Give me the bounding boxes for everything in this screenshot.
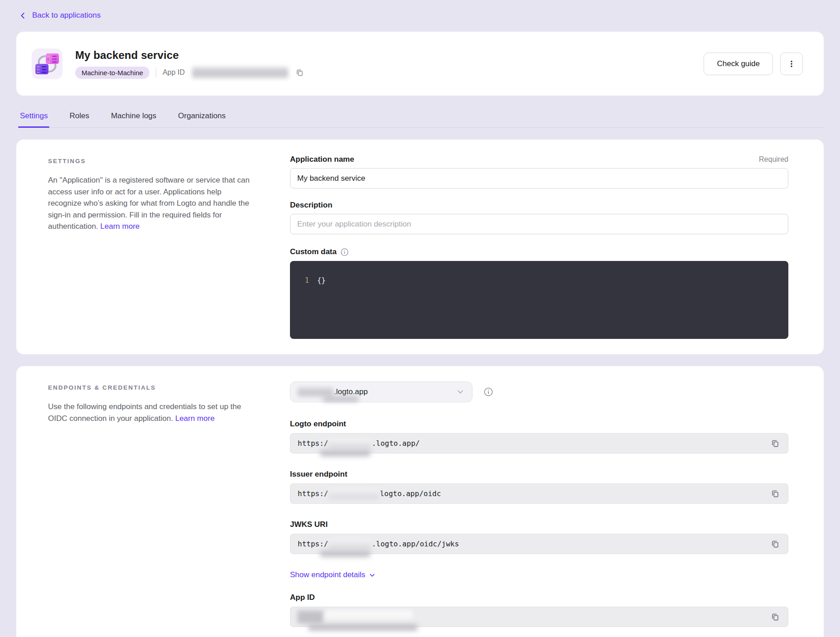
copy-app-id-field-button[interactable] [770,612,781,623]
chevron-down-icon [369,572,376,579]
application-name-input[interactable] [290,168,788,188]
description-row: Description [290,201,788,234]
code-line-number: 1 [299,276,309,285]
copy-issuer-endpoint-button[interactable] [770,488,781,499]
application-type-badge: Machine-to-Machine [75,67,150,79]
app-id-label: App ID [163,68,185,77]
domain-info-icon[interactable] [483,387,493,397]
logto-endpoint-redaction-strip [320,450,370,456]
application-title: My backend service [75,49,704,62]
copy-icon [771,439,780,448]
settings-card: SETTINGS An "Application" is a registere… [16,140,824,354]
issuer-endpoint-redacted [329,488,379,499]
app-id-field-label: App ID [290,593,788,602]
application-logo-icon [32,48,63,79]
custom-data-row: Custom data 1 {} [290,247,788,339]
tab-organizations[interactable]: Organizations [177,107,227,127]
issuer-endpoint-label: Issuer endpoint [290,470,788,479]
app-id-redacted-light [326,611,413,623]
tab-roles[interactable]: Roles [68,107,90,127]
endpoints-section-title: ENDPOINTS & CREDENTIALS [48,384,256,391]
issuer-endpoint-suffix: logto.app/oidc [380,489,441,498]
app-id-redacted-value [192,67,288,78]
settings-section-description: An "Application" is a registered softwar… [48,174,256,232]
settings-card-intro: SETTINGS An "Application" is a registere… [32,155,256,339]
description-input[interactable] [290,214,788,234]
jwks-uri-redaction-strip [320,551,370,557]
app-id-row: App ID [290,593,788,627]
endpoints-credentials-card: ENDPOINTS & CREDENTIALS Use the followin… [16,366,824,637]
application-header-main: My backend service Machine-to-Machine Ap… [75,49,704,79]
header-actions: Check guide [704,53,803,75]
domain-redacted-value [298,387,333,397]
jwks-uri-label: JWKS URI [290,520,788,529]
tab-bar: Settings Roles Machine logs Organization… [19,107,824,128]
application-name-row: Application name Required [290,155,788,188]
issuer-endpoint-prefix: https:/ [298,489,328,498]
logto-endpoint-suffix: .logto.app/ [372,439,420,448]
endpoints-form: .logto.app Logto endpoint [290,381,788,627]
issuer-endpoint-row: Issuer endpoint https:/ logto.app/oidc [290,470,788,504]
jwks-uri-row: JWKS URI https:/ .logto.app/oidc/jwks [290,520,788,554]
show-endpoint-details-label: Show endpoint details [290,570,365,579]
domain-row: .logto.app [290,381,788,402]
endpoints-section-description: Use the following endpoints and credenti… [48,401,256,424]
logto-endpoint-row: Logto endpoint https:/ .logto.app/ [290,420,788,454]
chevron-left-icon [19,12,27,19]
domain-select-value: .logto.app [334,387,368,396]
settings-learn-more-link[interactable]: Learn more [100,222,140,231]
meta-divider [156,68,156,77]
endpoints-learn-more-link[interactable]: Learn more [175,414,215,423]
jwks-uri-suffix: .logto.app/oidc/jwks [372,540,459,548]
tab-settings[interactable]: Settings [19,107,48,127]
copy-icon [771,540,780,549]
tab-machine-logs[interactable]: Machine logs [110,107,157,127]
logto-endpoint-prefix: https:/ [298,439,328,448]
app-id-redaction-strip [309,624,417,631]
logto-endpoint-label: Logto endpoint [290,420,788,429]
domain-select[interactable]: .logto.app [290,381,473,402]
jwks-uri-redacted [329,539,371,550]
custom-data-code-editor[interactable]: 1 {} [290,261,788,339]
chevron-down-icon [456,387,465,396]
jwks-uri-prefix: https:/ [298,540,328,548]
application-header-card: My backend service Machine-to-Machine Ap… [16,32,824,96]
copy-jwks-uri-button[interactable] [770,539,781,550]
issuer-endpoint-field: https:/ logto.app/oidc [290,483,788,504]
copy-icon [771,613,780,622]
show-endpoint-details-link[interactable]: Show endpoint details [290,570,376,579]
copy-app-id-button[interactable] [294,68,305,78]
custom-data-label: Custom data [290,247,337,256]
page: Back to applications [0,0,840,637]
settings-form: Application name Required Description Cu… [290,155,788,339]
copy-icon [295,68,304,77]
code-editor-line: 1 {} [299,276,788,285]
more-actions-button[interactable] [780,53,803,75]
back-link-label: Back to applications [32,11,101,20]
check-guide-button[interactable]: Check guide [704,53,773,75]
description-label: Description [290,201,333,210]
settings-section-title: SETTINGS [48,158,256,164]
application-meta-row: Machine-to-Machine App ID [75,67,704,79]
logto-endpoint-field: https:/ .logto.app/ [290,433,788,454]
code-line-content: {} [317,276,326,285]
application-name-label: Application name [290,155,354,164]
domain-redaction-strip [323,396,358,401]
app-id-redacted-dark [298,611,323,623]
settings-description-text: An "Application" is a registered softwar… [48,176,250,231]
endpoints-card-intro: ENDPOINTS & CREDENTIALS Use the followin… [32,381,256,627]
copy-icon [771,489,780,498]
back-to-applications-link[interactable]: Back to applications [19,11,101,20]
jwks-uri-field: https:/ .logto.app/oidc/jwks [290,534,788,554]
info-icon[interactable] [340,248,349,256]
required-hint: Required [759,155,788,164]
copy-logto-endpoint-button[interactable] [770,438,781,449]
logto-endpoint-redacted [329,438,371,449]
app-id-field [290,607,788,627]
kebab-menu-icon [787,60,796,68]
